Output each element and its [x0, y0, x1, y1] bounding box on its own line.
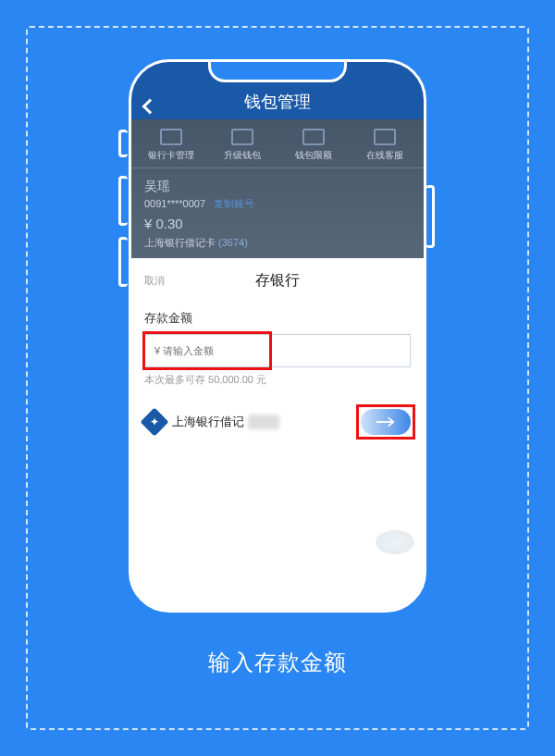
menu-label: 银行卡管理 — [135, 149, 206, 162]
menu-item-upgrade[interactable]: 升级钱包 — [206, 129, 278, 162]
sheet-title: 存银行 — [255, 272, 300, 288]
deposit-sheet: 取消 存银行 存款金额 本次最多可存 50,000.00 元 ✦ 上海银行借记 — [131, 258, 424, 610]
bank-row: ✦ 上海银行借记 — [144, 409, 411, 435]
sheet-header: 取消 存银行 — [131, 258, 424, 303]
instruction-caption: 输入存款金额 — [0, 648, 555, 677]
upgrade-icon — [231, 129, 253, 145]
menu-item-limit[interactable]: 钱包限额 — [278, 129, 349, 162]
amount-label: 存款金额 — [144, 310, 411, 327]
screen: 钱包管理 银行卡管理 升级钱包 钱包限额 在线客服 — [131, 62, 424, 610]
watermark-icon — [376, 530, 414, 554]
user-name: 吴瑶 — [144, 176, 411, 196]
menu-label: 升级钱包 — [206, 149, 278, 162]
bank-icon: ✦ — [140, 407, 168, 436]
user-balance: ¥ 0.30 — [144, 213, 411, 235]
phone-side-button — [118, 237, 128, 287]
cancel-button[interactable]: 取消 — [144, 258, 165, 303]
phone-notch — [208, 62, 347, 82]
phone-side-button — [118, 130, 128, 157]
menu-item-cards[interactable]: 银行卡管理 — [135, 129, 206, 162]
user-card-number: (3674) — [218, 237, 248, 248]
user-account: 0091****0007 — [144, 198, 205, 209]
amount-input[interactable] — [144, 334, 411, 367]
bank-name[interactable]: 上海银行借记 — [172, 414, 244, 430]
limit-icon — [302, 129, 325, 145]
chat-icon — [374, 129, 396, 145]
dimmed-background: 银行卡管理 升级钱包 钱包限额 在线客服 吴瑶 0091****0 — [131, 119, 424, 258]
phone-side-button — [118, 176, 128, 226]
menu-label: 钱包限额 — [278, 149, 349, 162]
arrow-right-icon — [376, 416, 396, 428]
bank-number-obscured — [248, 415, 279, 429]
submit-arrow-button[interactable] — [361, 409, 411, 435]
page-title: 钱包管理 — [131, 91, 424, 117]
phone-side-button — [426, 185, 435, 248]
user-card: 上海银行借记卡 — [144, 237, 216, 248]
amount-hint: 本次最多可存 50,000.00 元 — [144, 373, 411, 387]
user-block: 吴瑶 0091****0007 复制账号 ¥ 0.30 上海银行借记卡 (367… — [131, 168, 424, 255]
card-icon — [160, 129, 182, 145]
phone-frame: 钱包管理 银行卡管理 升级钱包 钱包限额 在线客服 — [129, 59, 426, 613]
copy-account-link[interactable]: 复制账号 — [214, 198, 254, 209]
wallet-menu-row: 银行卡管理 升级钱包 钱包限额 在线客服 — [131, 119, 424, 168]
menu-item-support[interactable]: 在线客服 — [349, 129, 420, 162]
menu-label: 在线客服 — [349, 149, 420, 162]
